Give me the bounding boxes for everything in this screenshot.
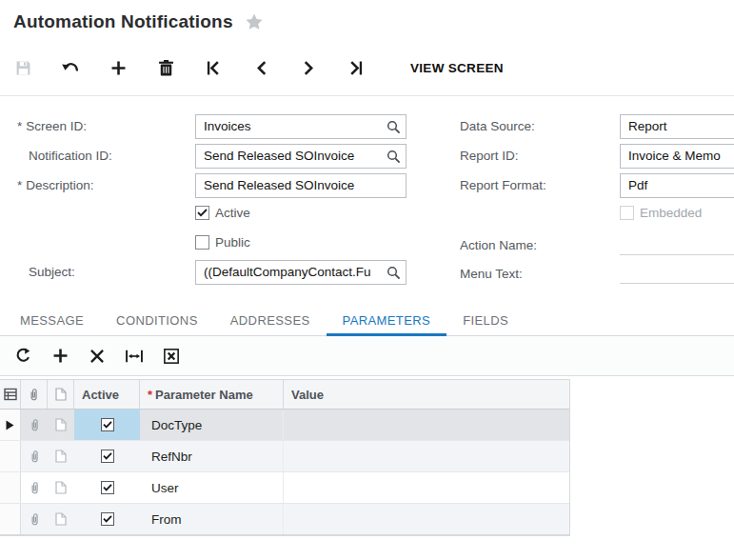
tab-addresses[interactable]: ADDRESSES bbox=[214, 307, 327, 336]
insert-button[interactable] bbox=[106, 55, 130, 80]
fit-to-screen-button[interactable] bbox=[122, 344, 147, 369]
parameter-name-cell[interactable]: DocType bbox=[140, 410, 284, 440]
public-checkbox-label: Public bbox=[215, 235, 250, 250]
checkbox-checked-icon bbox=[101, 450, 114, 463]
grid-settings-header-cell[interactable] bbox=[0, 380, 21, 409]
go-next-button[interactable] bbox=[296, 55, 321, 80]
subject-label: Subject: bbox=[29, 260, 190, 285]
attachment-column-header[interactable] bbox=[21, 380, 48, 409]
x-icon bbox=[90, 350, 104, 363]
tab-fields[interactable]: FIELDS bbox=[446, 307, 525, 336]
page-title: Automation Notifications bbox=[13, 11, 233, 32]
parameter-name-cell[interactable]: RefNbr bbox=[140, 441, 284, 471]
note-cell[interactable] bbox=[48, 441, 74, 471]
grid-header-row: Active * Parameter Name Value bbox=[0, 380, 569, 410]
active-checkbox-cell[interactable] bbox=[74, 504, 140, 534]
active-checkbox-cell[interactable] bbox=[74, 410, 140, 440]
grid-toolbar bbox=[0, 336, 734, 376]
public-checkbox[interactable]: Public bbox=[195, 235, 250, 250]
checkbox-checked-icon bbox=[101, 481, 114, 494]
first-record-icon bbox=[207, 61, 220, 75]
go-last-button[interactable] bbox=[344, 55, 368, 80]
required-mark: * bbox=[148, 388, 152, 402]
value-cell[interactable] bbox=[284, 472, 569, 503]
paperclip-icon bbox=[30, 450, 40, 464]
delete-row-button[interactable] bbox=[85, 344, 109, 369]
parameter-name-cell[interactable]: User bbox=[140, 472, 284, 503]
column-header-active[interactable]: Active bbox=[74, 380, 140, 409]
active-checkbox-cell[interactable] bbox=[74, 441, 140, 471]
notification-id-value: Send Released SOInvoice bbox=[204, 149, 354, 163]
value-cell[interactable] bbox=[284, 441, 569, 471]
note-column-header[interactable] bbox=[48, 380, 74, 409]
row-selector-cell[interactable] bbox=[0, 504, 21, 534]
grid-row-doctype[interactable]: DocType bbox=[0, 410, 569, 441]
undo-icon bbox=[62, 61, 80, 75]
action-name-field[interactable] bbox=[620, 234, 734, 255]
notification-id-field[interactable]: Send Released SOInvoice bbox=[195, 144, 407, 169]
row-selector-cell[interactable] bbox=[0, 410, 21, 440]
favorite-star-icon[interactable] bbox=[245, 12, 264, 31]
note-icon bbox=[55, 481, 67, 494]
grid-row-user[interactable]: User bbox=[0, 472, 569, 504]
grid-row-refnbr[interactable]: RefNbr bbox=[0, 441, 569, 472]
checkbox-checked-icon bbox=[101, 512, 114, 526]
refresh-icon bbox=[15, 348, 31, 364]
excel-export-icon bbox=[164, 349, 179, 364]
parameters-grid: Active * Parameter Name Value DocType bbox=[0, 379, 570, 536]
trash-icon bbox=[159, 60, 173, 76]
report-format-field[interactable]: Pdf bbox=[620, 173, 734, 198]
attachment-cell[interactable] bbox=[21, 441, 48, 471]
report-id-label: Report ID: bbox=[460, 144, 612, 169]
add-row-button[interactable] bbox=[48, 344, 72, 369]
note-cell[interactable] bbox=[48, 410, 74, 440]
note-cell[interactable] bbox=[48, 472, 74, 503]
title-bar: Automation Notifications bbox=[13, 8, 264, 36]
note-icon bbox=[55, 450, 67, 463]
lookup-icon[interactable] bbox=[387, 266, 401, 280]
menu-text-field[interactable] bbox=[620, 263, 734, 284]
undo-button[interactable] bbox=[58, 55, 83, 80]
export-excel-button[interactable] bbox=[159, 344, 184, 369]
parameter-name-cell[interactable]: From bbox=[140, 504, 284, 534]
row-selector-cell[interactable] bbox=[0, 472, 21, 503]
column-header-parameter-name[interactable]: * Parameter Name bbox=[140, 380, 284, 409]
go-first-button[interactable] bbox=[201, 55, 226, 80]
attachment-cell[interactable] bbox=[21, 410, 48, 440]
note-icon bbox=[55, 418, 67, 431]
save-button[interactable] bbox=[10, 55, 35, 80]
attachment-cell[interactable] bbox=[21, 504, 48, 534]
grid-row-from[interactable]: From bbox=[0, 504, 569, 535]
lookup-icon[interactable] bbox=[387, 150, 401, 164]
save-icon bbox=[15, 60, 31, 76]
tab-message[interactable]: MESSAGE bbox=[4, 307, 100, 336]
description-field[interactable]: Send Released SOInvoice bbox=[195, 173, 407, 198]
screen-id-field[interactable]: Invoices bbox=[195, 114, 407, 139]
note-cell[interactable] bbox=[48, 504, 74, 534]
go-previous-button[interactable] bbox=[248, 55, 273, 80]
paperclip-icon bbox=[30, 481, 40, 495]
refresh-button[interactable] bbox=[10, 344, 35, 369]
subject-field[interactable]: ((DefaultCompanyContact.Fu bbox=[195, 260, 407, 285]
active-checkbox[interactable]: Active bbox=[195, 206, 250, 220]
lookup-icon[interactable] bbox=[387, 120, 401, 134]
paperclip-icon bbox=[30, 512, 40, 527]
row-selector-cell[interactable] bbox=[0, 441, 21, 471]
column-header-value[interactable]: Value bbox=[284, 380, 569, 409]
screen-id-value: Invoices bbox=[204, 119, 251, 133]
checkbox-unchecked-icon bbox=[195, 235, 209, 250]
view-screen-button[interactable]: VIEW SCREEN bbox=[403, 55, 511, 81]
tab-conditions[interactable]: CONDITIONS bbox=[100, 307, 214, 336]
data-source-label: Data Source: bbox=[460, 114, 612, 139]
attachment-cell[interactable] bbox=[21, 472, 48, 503]
tab-parameters[interactable]: PARAMETERS bbox=[327, 307, 447, 336]
active-checkbox-cell[interactable] bbox=[74, 472, 140, 503]
data-source-field[interactable]: Report bbox=[620, 114, 734, 139]
grid-settings-icon bbox=[4, 388, 17, 401]
main-toolbar: VIEW SCREEN bbox=[0, 50, 734, 86]
delete-button[interactable] bbox=[153, 55, 178, 80]
report-id-field[interactable]: Invoice & Memo bbox=[620, 144, 734, 169]
value-cell[interactable] bbox=[284, 504, 569, 534]
value-cell[interactable] bbox=[284, 410, 569, 440]
embedded-checkbox[interactable]: Embedded bbox=[620, 206, 702, 220]
